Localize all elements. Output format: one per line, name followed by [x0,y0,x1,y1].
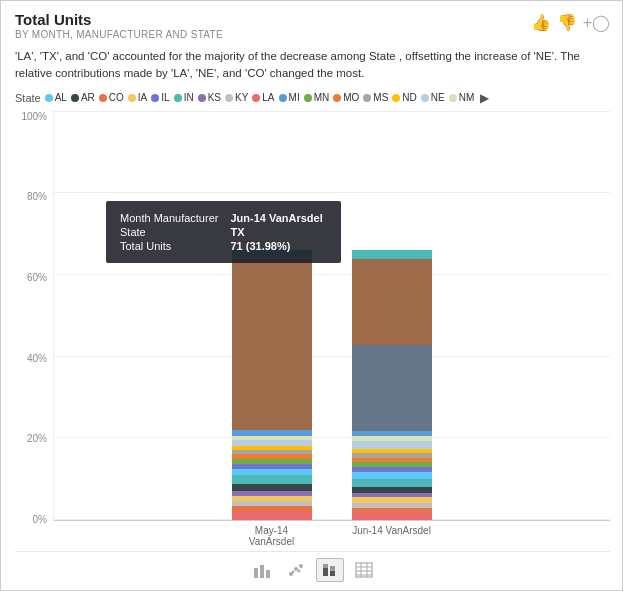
main-container: Total Units BY MONTH, MANUFACTURER AND S… [1,1,623,591]
grid-20 [54,437,610,438]
y-axis: 100% 80% 60% 40% 20% 0% [15,111,53,548]
dot-ks [198,94,206,102]
legend-item-ar: AR [71,92,95,103]
bar-group-jun [352,250,432,520]
legend-item-ne: NE [421,92,445,103]
seg-jun-1 [352,513,432,520]
dot-nm [449,94,457,102]
y-label-40: 40% [27,353,47,364]
svg-rect-1 [260,565,264,578]
tooltip-units-label: Total Units [120,239,222,253]
x-axis-labels: May-14 VanArsdel Jun-14 VanArsdel [53,525,610,547]
legend-text-nd: ND [402,92,416,103]
seg-may-teal-top [232,250,312,259]
table-icon[interactable] [350,558,378,582]
svg-rect-0 [254,568,258,578]
legend-item-co: CO [99,92,124,103]
seg-jun-tx [352,345,432,431]
legend-text-il: IL [161,92,169,103]
svg-rect-2 [266,570,270,578]
seg-jun-14 [352,441,432,449]
legend-item-mn: MN [304,92,330,103]
legend-text-ne: NE [431,92,445,103]
legend-scroll-right[interactable]: ▶ [480,91,489,105]
legend-text-mn: MN [314,92,330,103]
dot-al [45,94,53,102]
chart-area: 100% 80% 60% 40% 20% 0% [15,111,610,548]
grid-100 [54,111,610,112]
tooltip-state-label: State [120,225,222,239]
seg-may-top [232,259,312,430]
dot-ms [363,94,371,102]
subtitle: BY MONTH, MANUFACTURER AND STATE [15,29,223,40]
add-icon[interactable]: +◯ [583,13,610,32]
y-label-100: 100% [21,111,47,122]
svg-rect-11 [330,566,335,571]
legend-text-mi: MI [289,92,300,103]
grid-lines [54,111,610,521]
seg-may-7 [232,475,312,484]
y-label-20: 20% [27,433,47,444]
bar-may[interactable] [232,250,312,520]
dot-ar [71,94,79,102]
legend-text-co: CO [109,92,124,103]
bar-jun[interactable] [352,250,432,520]
grid-60 [54,274,610,275]
header-icons: 👍 👎 +◯ [531,13,610,32]
legend-text-la: LA [262,92,274,103]
legend-text-ar: AR [81,92,95,103]
bottom-toolbar [15,551,610,584]
svg-rect-9 [323,564,328,568]
legend-item-mo: MO [333,92,359,103]
chart-inner: Month Manufacturer Jun-14 VanArsdel Stat… [53,111,610,548]
dot-mn [304,94,312,102]
dot-nd [392,94,400,102]
dot-co [99,94,107,102]
seg-jun-8 [352,472,432,479]
bar-chart-icon[interactable] [248,558,276,582]
legend-item-ms: MS [363,92,388,103]
tooltip-state-value: TX [222,225,326,239]
svg-point-5 [299,564,303,568]
legend-text-in: IN [184,92,194,103]
legend-item-al: AL [45,92,67,103]
scatter-icon[interactable] [282,558,310,582]
legend-text-mo: MO [343,92,359,103]
tooltip-month-value: Jun-14 VanArsdel [222,211,326,225]
legend-item-in: IN [174,92,194,103]
legend-label: State [15,92,41,104]
seg-jun-top [352,259,432,345]
legend-row: State AL AR CO IA IL IN KS [15,91,610,105]
dot-ne [421,94,429,102]
bar-group-may [232,250,312,520]
legend-item-il: IL [151,92,169,103]
dot-ky [225,94,233,102]
bars-container: Month Manufacturer Jun-14 VanArsdel Stat… [53,111,610,522]
dot-la [252,94,260,102]
legend-item-ks: KS [198,92,221,103]
svg-point-7 [297,570,300,573]
legend-item-mi: MI [279,92,300,103]
header-row: Total Units BY MONTH, MANUFACTURER AND S… [15,11,610,40]
stacked-bar-icon[interactable] [316,558,344,582]
legend-text-ms: MS [373,92,388,103]
main-title: Total Units [15,11,223,28]
y-label-80: 80% [27,191,47,202]
insight-text: 'LA', 'TX', and 'CO' accounted for the m… [15,48,610,83]
dot-in [174,94,182,102]
thumbs-down-icon[interactable]: 👎 [557,13,577,32]
svg-point-6 [291,571,294,574]
thumbs-up-icon[interactable]: 👍 [531,13,551,32]
legend-item-ky: KY [225,92,248,103]
legend-text-ia: IA [138,92,147,103]
seg-may-6 [232,484,312,491]
dot-mi [279,94,287,102]
legend-text-ky: KY [235,92,248,103]
tooltip-month-label: Month Manufacturer [120,211,222,225]
y-label-0: 0% [33,514,47,525]
seg-jun-teal-top [352,250,432,259]
dot-ia [128,94,136,102]
grid-80 [54,192,610,193]
legend-item-la: LA [252,92,274,103]
legend-item-ia: IA [128,92,147,103]
